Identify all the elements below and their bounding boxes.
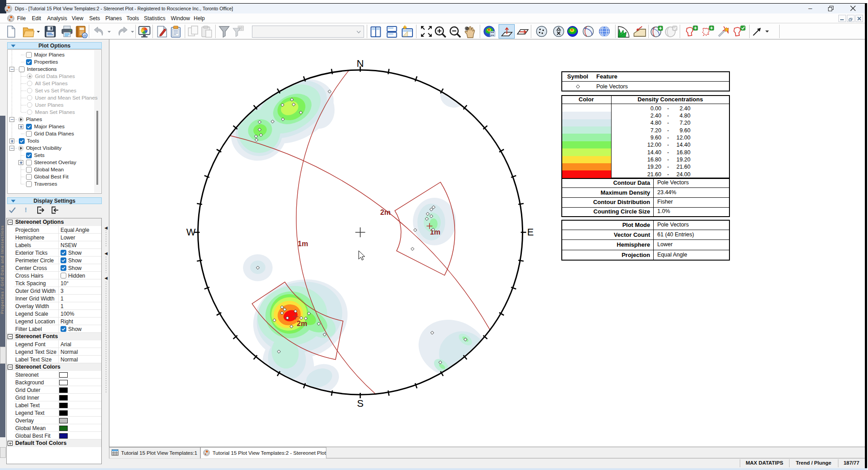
- svg-text:E: E: [527, 226, 534, 238]
- svg-text:W: W: [187, 226, 196, 238]
- svg-text:S: S: [357, 398, 364, 409]
- svg-text:2m: 2m: [297, 320, 307, 327]
- svg-text:N: N: [357, 58, 364, 69]
- svg-text:@: @: [83, 34, 87, 38]
- svg-text:2m: 2m: [380, 209, 391, 216]
- svg-text:1m: 1m: [298, 240, 308, 248]
